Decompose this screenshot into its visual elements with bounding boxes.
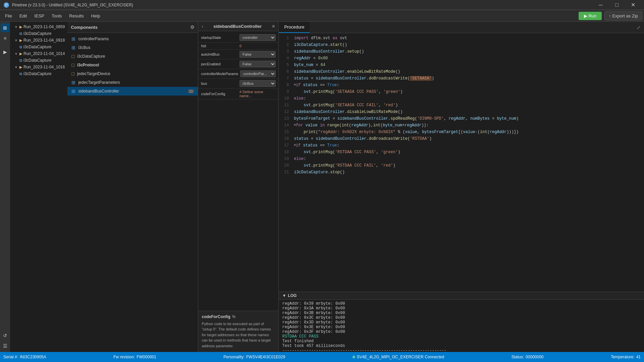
tree-run-2[interactable]: ▼ ▶ Run_2023-11-04_0918 <box>10 37 67 44</box>
component-i3cDataCapture[interactable]: □ i3cDataCapture <box>67 52 198 61</box>
capture-icon-3: ⧉ <box>19 58 22 63</box>
menu-iesp[interactable]: IESP <box>31 12 48 20</box>
export-button[interactable]: ↑ Export as Zip <box>604 11 642 20</box>
line-num-3: 3 <box>279 49 292 55</box>
component-jedecTargetDevice[interactable]: □ jedecTargetDevice <box>67 69 198 78</box>
tree-capture-4[interactable]: ⧉ i3cDataCapture <box>10 70 67 77</box>
sidebar-icon-refresh[interactable]: ↺ <box>1 331 9 340</box>
menu-edit[interactable]: Edit <box>16 12 30 20</box>
status-temp: Temperature: 41 <box>611 355 641 359</box>
log-title: LOG <box>288 293 297 298</box>
code-line-20: 20 svt.printMsg('RSTDAA CCC FAIL', 'red'… <box>279 162 644 169</box>
code-line-16: 16 status = sidebandBusController.doBroa… <box>279 135 644 142</box>
tree-run-1[interactable]: ▼ ▶ Run_2023-11-04_0859 <box>10 23 67 30</box>
menu-file[interactable]: File <box>2 12 15 20</box>
run-button[interactable]: ▶ Run <box>579 12 602 20</box>
code-panel: Procedure ⤢ 1 import dftm.svt as svt 2 i… <box>279 22 644 352</box>
sidebar-icon-menu[interactable]: ≡ <box>1 34 9 43</box>
sidebar: ⊞ ≡ ▶ ↺ ☰ ▼ ▶ Run_2023-11-04_0859 ⧉ i3cD… <box>0 22 67 352</box>
line-num-17: 17 <box>279 142 292 148</box>
code-line-21: 21 i3cDataCapture.stop() <box>279 169 644 176</box>
tree-run-4[interactable]: ▼ ▶ Run_2023-11-04_1016 <box>10 64 67 70</box>
run-icon-1: ▶ <box>19 25 22 29</box>
line-num-10: 10 <box>279 96 292 102</box>
menubar-right: ▶ Run ↑ Export as Zip <box>579 11 642 20</box>
props-close-icon[interactable]: ✕ <box>272 24 275 29</box>
component-controllerParams[interactable]: ⊞ controllerParams <box>67 35 198 43</box>
maximize-button[interactable]: □ <box>609 0 625 10</box>
close-button[interactable]: ✕ <box>625 0 641 10</box>
code-line-3: 3 sidebandBusController.setup() <box>279 48 644 55</box>
code-line-10: 10 else: <box>279 95 644 102</box>
menu-results[interactable]: Results <box>66 12 87 20</box>
tab-procedure[interactable]: Procedure <box>279 22 310 33</box>
components-title: Components <box>71 25 97 30</box>
prop-controllerModeParams: controllerModeParams controllerPar... <box>198 69 278 79</box>
tree-run-2-label: Run_2023-11-04_0918 <box>23 38 65 43</box>
prop-select-controllerModeParams[interactable]: controllerPar... <box>240 70 276 77</box>
log-area: ▼ LOG regAddr: 0x39 mrbyte: 0x00 regAddr… <box>279 292 644 352</box>
line-content-17: ⊖if status == True: <box>292 142 644 148</box>
line-num-5: 5 <box>279 62 292 68</box>
component-jedecTargetParameters[interactable]: ⊞ jedecTargetParameters <box>67 78 198 87</box>
prop-value-startupState: controller target <box>239 34 276 41</box>
components-list: ⊞ controllerParams ⊞ i3cBus □ i3cDataCap… <box>67 33 198 352</box>
status-personality-label: Personality: <box>223 355 245 359</box>
comp-label-controllerParams: controllerParams <box>78 37 109 41</box>
sidebar-icon-run[interactable]: ▶ <box>1 48 9 56</box>
menu-help[interactable]: Help <box>88 12 104 20</box>
prop-select-autoInitBus[interactable]: False True <box>239 51 276 58</box>
tree-capture-2[interactable]: ⧉ i3cDataCapture <box>10 44 67 50</box>
tree-run-3[interactable]: ▼ ▶ Run_2023-11-04_1014 <box>10 50 67 57</box>
comp-icon-i3cDataCapture: □ <box>71 54 74 59</box>
status-val: 00000000 <box>526 355 543 359</box>
tree-capture-1[interactable]: ⧉ i3cDataCapture <box>10 30 67 37</box>
sidebar-icon-grid[interactable]: ⊞ <box>1 23 9 32</box>
code-line-7: 7 status = sidebandBusController.doBroad… <box>279 75 644 82</box>
menu-tools[interactable]: Tools <box>48 12 65 20</box>
tooltip-title: codeForConfig % <box>202 314 275 319</box>
tree-capture-3-label: i3cDataCapture <box>23 58 51 63</box>
props-header: ‹ sidebandBusController ✕ <box>198 22 278 31</box>
code-line-8: 8 ⊖if status == True: <box>279 82 644 88</box>
line-content-20: svt.printMsg('RSTDAA CCC FAIL', 'red') <box>292 163 644 169</box>
log-line-pass: RSTDAA CCC PASS <box>282 334 641 339</box>
sidebar-icon-doc[interactable]: ☰ <box>1 342 9 350</box>
components-gear-icon[interactable]: ⚙ <box>190 24 195 30</box>
comp-icon-sidebandBusController: ⊞ <box>71 88 75 94</box>
props-back-icon[interactable]: ‹ <box>202 24 203 29</box>
prop-value-bus: i3cBus <box>239 80 276 87</box>
line-num-9: 9 <box>279 89 292 95</box>
component-i3cBus[interactable]: ⊞ i3cBus <box>67 43 198 52</box>
line-num-18: 18 <box>279 149 292 155</box>
line-num-19: 19 <box>279 156 292 162</box>
code-line-17: 17 ⊖if status == True: <box>279 142 644 149</box>
line-content-13: bytesFromTarget = sidebandBusController.… <box>292 116 644 122</box>
tree-panel: ▼ ▶ Run_2023-11-04_0859 ⧉ i3cDataCapture… <box>10 22 67 352</box>
tree-capture-4-label: i3cDataCapture <box>23 71 51 76</box>
fullscreen-button[interactable]: ⤢ <box>633 23 644 32</box>
line-num-16: 16 <box>279 136 292 142</box>
status-serial-label: Serial #: <box>3 355 18 359</box>
prop-select-startupState[interactable]: controller target <box>239 34 276 41</box>
status-serial: Serial #: INI3C230905A <box>3 355 46 359</box>
line-num-11: 11 <box>279 102 292 108</box>
prop-select-bus[interactable]: i3cBus <box>239 80 276 87</box>
line-content-2: i3cDataCapture.start() <box>292 42 644 48</box>
tooltip-title-text: codeForConfig <box>202 314 230 319</box>
prop-label-autoInitBus: autoInitBus <box>201 52 237 56</box>
log-chevron-icon[interactable]: ▼ <box>282 293 286 298</box>
code-line-11: 11 svt.printMsg('SETAASA CCC FAIL', 'red… <box>279 102 644 109</box>
minimize-button[interactable]: ─ <box>593 0 608 10</box>
sidebar-icon-bar: ⊞ ≡ ▶ ↺ ☰ <box>0 22 10 352</box>
line-num-7: 7 <box>279 75 292 81</box>
component-sidebandBusController[interactable]: ⊞ sidebandBusController ☐ <box>67 87 198 96</box>
log-body: regAddr: 0x39 mrbyte: 0x00 regAddr: 0x3A… <box>279 300 644 352</box>
component-i3cProtocol[interactable]: □ i3cProtocol <box>67 61 198 69</box>
log-line-5: regAddr: 0x3D mrbyte: 0x00 <box>282 320 641 325</box>
chevron-down-icon-4: ▼ <box>14 65 18 69</box>
prop-select-pecEnabled[interactable]: False True <box>239 61 276 67</box>
line-content-3: sidebandBusController.setup() <box>292 49 644 55</box>
tree-capture-3[interactable]: ⧉ i3cDataCapture <box>10 57 67 64</box>
comp-icon-jedecTargetParameters: ⊞ <box>71 80 75 85</box>
